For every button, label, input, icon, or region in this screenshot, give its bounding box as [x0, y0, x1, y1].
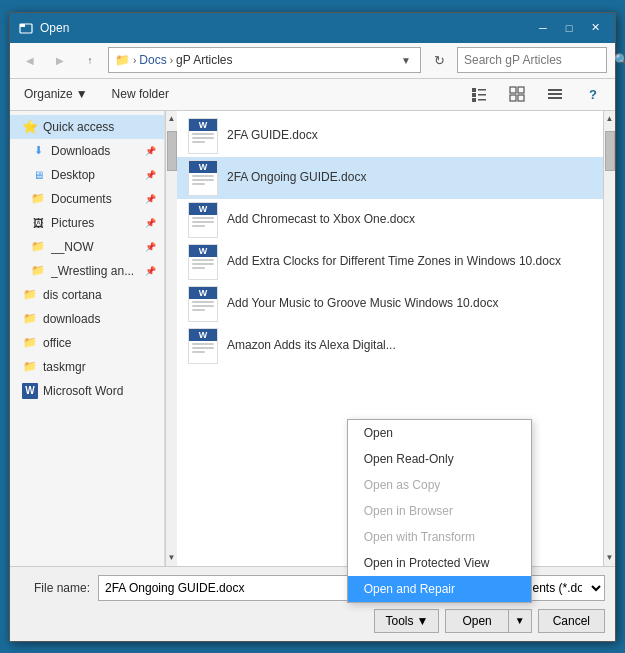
sidebar-item-taskmgr[interactable]: 📁 taskmgr — [10, 355, 164, 379]
search-icon: 🔍 — [614, 53, 625, 67]
sidebar-item-quick-access[interactable]: ⭐ Quick access — [10, 115, 164, 139]
sidebar-item-wrestling[interactable]: 📁 _Wrestling an... 📌 — [10, 259, 164, 283]
buttons-row: Tools ▼ Open ▼ Open — [20, 609, 605, 633]
up-button[interactable]: ↑ — [78, 48, 102, 72]
help-button[interactable]: ? — [579, 82, 607, 106]
file-item-6[interactable]: W Amazon Adds its Alexa Digital... — [177, 325, 603, 367]
sidebar-item-label-now: __NOW — [51, 240, 94, 254]
file-item-3[interactable]: W Add Chromecast to Xbox One.docx — [177, 199, 603, 241]
refresh-button[interactable]: ↻ — [427, 48, 451, 72]
open-dropdown-button[interactable]: ▼ — [508, 609, 532, 633]
open-dropdown-arrow-icon: ▼ — [515, 615, 525, 626]
sidebar-scroll-down[interactable]: ▼ — [166, 550, 177, 566]
new-folder-button[interactable]: New folder — [104, 84, 177, 104]
sidebar-item-discortana[interactable]: 📁 dis cortana — [10, 283, 164, 307]
sidebar-item-office[interactable]: 📁 office — [10, 331, 164, 355]
view-extra-icon — [547, 86, 563, 102]
office-icon: 📁 — [22, 335, 38, 351]
filelist-scrollbar[interactable]: ▲ ▼ — [603, 111, 615, 566]
tools-button[interactable]: Tools ▼ — [374, 609, 439, 633]
file-item-4[interactable]: W Add Extra Clocks for Different Time Zo… — [177, 241, 603, 283]
file-icon-6: W — [187, 327, 219, 365]
file-icon-4: W — [187, 243, 219, 281]
breadcrumb-folder-icon: 📁 — [115, 53, 130, 67]
svg-rect-14 — [548, 97, 562, 99]
sidebar-item-label-downloads: Downloads — [51, 144, 110, 158]
sidebar-item-label-taskmgr: taskmgr — [43, 360, 86, 374]
discortana-icon: 📁 — [22, 287, 38, 303]
view-details-button[interactable] — [465, 82, 493, 106]
tools-label: Tools — [385, 614, 413, 628]
sidebar-item-pictures[interactable]: 🖼 Pictures 📌 — [10, 211, 164, 235]
filelist-scroll-up[interactable]: ▲ — [604, 111, 615, 127]
pin-icon-now: 📌 — [145, 242, 156, 252]
file-item-1[interactable]: W 2FA GUIDE.docx — [177, 115, 603, 157]
sidebar-scroll-thumb[interactable] — [167, 131, 177, 171]
dropdown-item-open-copy[interactable]: Open as Copy — [348, 472, 531, 498]
taskmgr-icon: 📁 — [22, 359, 38, 375]
filelist-scroll-down[interactable]: ▼ — [604, 550, 615, 566]
open-dropdown-menu: Open Open Read-Only Open as Copy Open in… — [347, 419, 532, 603]
tools-chevron-icon: ▼ — [416, 614, 428, 628]
sidebar-scrollbar[interactable]: ▲ ▼ — [165, 111, 177, 566]
svg-rect-11 — [518, 95, 524, 101]
sidebar-item-label-wrestling: _Wrestling an... — [51, 264, 134, 278]
now-icon: 📁 — [30, 239, 46, 255]
svg-rect-3 — [478, 89, 486, 91]
sidebar-item-documents[interactable]: 📁 Documents 📌 — [10, 187, 164, 211]
sidebar-item-label-pictures: Pictures — [51, 216, 94, 230]
dropdown-open-label: Open — [364, 426, 393, 440]
breadcrumb-docs[interactable]: Docs — [139, 53, 166, 67]
file-icon-1: W — [187, 117, 219, 155]
dropdown-item-open-browser[interactable]: Open in Browser — [348, 498, 531, 524]
maximize-button[interactable]: □ — [557, 18, 581, 38]
dropdown-item-open-repair[interactable]: Open and Repair — [348, 576, 531, 602]
forward-button[interactable]: ▶ — [48, 48, 72, 72]
svg-rect-9 — [518, 87, 524, 93]
filelist-scroll-thumb[interactable] — [605, 131, 615, 171]
close-button[interactable]: ✕ — [583, 18, 607, 38]
open-main-button[interactable]: Open — [445, 609, 507, 633]
bottom-section: File name: All Word Documents (*.docx;*.… — [10, 566, 615, 641]
breadcrumb-gparticles[interactable]: gP Articles — [176, 53, 232, 67]
sidebar-item-label-discortana: dis cortana — [43, 288, 102, 302]
sidebar-item-desktop[interactable]: 🖥 Desktop 📌 — [10, 163, 164, 187]
cancel-label: Cancel — [553, 614, 590, 628]
breadcrumb[interactable]: 📁 › Docs › gP Articles ▼ — [108, 47, 421, 73]
dropdown-item-open[interactable]: Open — [348, 420, 531, 446]
pin-icon-pics: 📌 — [145, 218, 156, 228]
dropdown-item-open-transform[interactable]: Open with Transform — [348, 524, 531, 550]
dropdown-open-copy-label: Open as Copy — [364, 478, 441, 492]
minimize-button[interactable]: ─ — [531, 18, 555, 38]
file-item-2[interactable]: W 2FA Ongoing GUIDE.docx — [177, 157, 603, 199]
sidebar-item-downloads2[interactable]: 📁 downloads — [10, 307, 164, 331]
dropdown-item-open-protected[interactable]: Open in Protected View — [348, 550, 531, 576]
view-toggle-button[interactable] — [503, 82, 531, 106]
sidebar-scroll-up[interactable]: ▲ — [166, 111, 177, 127]
navigation-toolbar: ◀ ▶ ↑ 📁 › Docs › gP Articles ▼ ↻ 🔍 — [10, 43, 615, 79]
pin-icon-docs: 📌 — [145, 194, 156, 204]
cancel-button[interactable]: Cancel — [538, 609, 605, 633]
pin-icon: 📌 — [145, 146, 156, 156]
dropdown-item-open-readonly[interactable]: Open Read-Only — [348, 446, 531, 472]
search-input[interactable] — [464, 53, 614, 67]
view-toggle-icon — [509, 86, 525, 102]
back-button[interactable]: ◀ — [18, 48, 42, 72]
svg-rect-7 — [478, 99, 486, 101]
downloads2-icon: 📁 — [22, 311, 38, 327]
open-dialog: Open ─ □ ✕ ◀ ▶ ↑ 📁 › Docs › gP Articles … — [9, 12, 616, 642]
sidebar-item-downloads[interactable]: ⬇ Downloads 📌 — [10, 139, 164, 163]
pictures-icon: 🖼 — [30, 215, 46, 231]
svg-rect-4 — [472, 93, 476, 97]
msword-icon: W — [22, 383, 38, 399]
file-item-5[interactable]: W Add Your Music to Groove Music Windows… — [177, 283, 603, 325]
search-box[interactable]: 🔍 — [457, 47, 607, 73]
view-extra-button[interactable] — [541, 82, 569, 106]
organize-button[interactable]: Organize ▼ — [18, 84, 94, 104]
title-controls: ─ □ ✕ — [531, 18, 607, 38]
sidebar-item-label-documents: Documents — [51, 192, 112, 206]
dropdown-open-repair-label: Open and Repair — [364, 582, 455, 596]
sidebar-item-msword[interactable]: W Microsoft Word — [10, 379, 164, 403]
sidebar-item-label-office: office — [43, 336, 71, 350]
sidebar-item-now[interactable]: 📁 __NOW 📌 — [10, 235, 164, 259]
